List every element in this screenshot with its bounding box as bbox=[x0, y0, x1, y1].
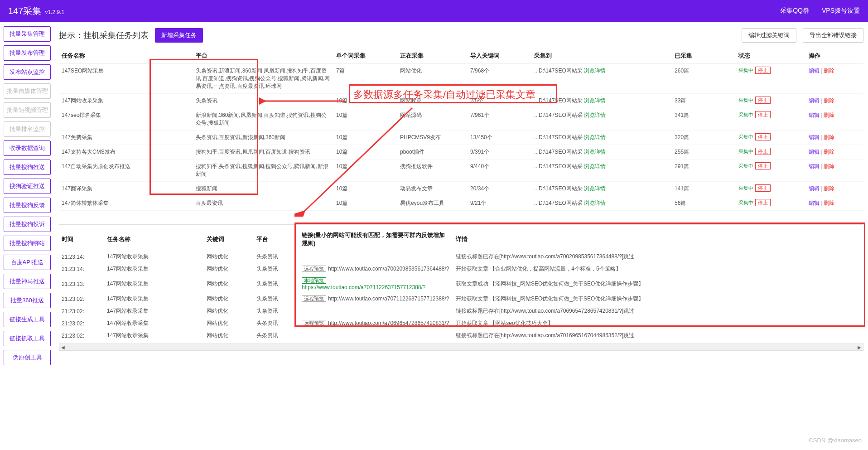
delete-link[interactable]: 删除 bbox=[824, 185, 834, 192]
delete-link[interactable]: 删除 bbox=[824, 200, 834, 206]
log-cell-time: 21:23:02: bbox=[59, 293, 104, 305]
browse-link[interactable]: 浏览详情 bbox=[584, 68, 606, 74]
log-row: 21:23:14:147网站收录采集网站优化头条资讯链接或标题已存在[http:… bbox=[59, 251, 863, 263]
sidebar-item-5: 批量排名监控 bbox=[4, 121, 51, 137]
sidebar-item-15[interactable]: 链接生成工具 bbox=[4, 312, 51, 327]
sidebar-item-2[interactable]: 发布站点监控 bbox=[4, 64, 51, 80]
delete-link[interactable]: 删除 bbox=[824, 149, 834, 155]
cell-collecting: 网站源码 bbox=[397, 108, 468, 131]
sidebar: 批量采集管理批量发布管理发布站点监控批量自媒体管理批量短视频管理批量排名监控收录… bbox=[0, 22, 54, 450]
sidebar-item-16[interactable]: 链接抓取工具 bbox=[4, 331, 51, 346]
cell-platform: 头条资讯,新浪新闻,360新闻,凤凰新闻,搜狗知乎,百度资讯,百度知道,搜狗资讯… bbox=[193, 64, 333, 94]
log-cell-platform: 头条资讯 bbox=[254, 263, 299, 275]
cell-perword: 10篇 bbox=[333, 145, 397, 160]
status-badge: 采集中 bbox=[738, 97, 753, 103]
stop-button[interactable]: 停止 bbox=[755, 199, 771, 206]
sidebar-item-8[interactable]: 搜狗验证推送 bbox=[4, 179, 51, 194]
sidebar-item-6[interactable]: 收录数据查询 bbox=[4, 140, 51, 156]
sidebar-item-7[interactable]: 批量搜狗推送 bbox=[4, 160, 51, 175]
cell-perword: 10篇 bbox=[333, 196, 397, 211]
sidebar-item-12[interactable]: 百度API推送 bbox=[4, 255, 51, 270]
log-cell-detail: 链接或标题已存在[http://www.toutiao.com/a7016965… bbox=[453, 329, 863, 342]
browse-link[interactable]: 浏览详情 bbox=[584, 112, 606, 118]
cell-collected: 33篇 bbox=[672, 94, 736, 108]
sidebar-item-13[interactable]: 批量神马推送 bbox=[4, 274, 51, 289]
stop-button[interactable]: 停止 bbox=[755, 162, 771, 169]
cell-ops: 编辑|删除 bbox=[806, 94, 863, 108]
stop-button[interactable]: 停止 bbox=[755, 148, 771, 155]
sidebar-item-9[interactable]: 批量搜狗反馈 bbox=[4, 198, 51, 213]
browse-link[interactable]: 浏览详情 bbox=[584, 149, 606, 155]
scroll-right-icon[interactable]: ▶ bbox=[856, 344, 863, 350]
cell-ops: 编辑|删除 bbox=[806, 160, 863, 182]
browse-link[interactable]: 浏览详情 bbox=[584, 200, 606, 206]
filter-keyword-button[interactable]: 编辑过滤关键词 bbox=[742, 28, 796, 43]
stop-button[interactable]: 停止 bbox=[755, 184, 771, 192]
log-cell-task: 147网站收录采集 bbox=[104, 263, 204, 275]
log-cell-link bbox=[299, 305, 453, 317]
edit-link[interactable]: 编辑 bbox=[809, 185, 820, 192]
cell-name: 147网站收录采集 bbox=[59, 94, 193, 108]
cell-platform: 头条资讯,百度资讯,新浪新闻,360新闻 bbox=[193, 131, 333, 145]
cell-collected: 260篇 bbox=[672, 64, 736, 94]
browse-link[interactable]: 浏览详情 bbox=[584, 97, 606, 104]
edit-link[interactable]: 编辑 bbox=[809, 134, 820, 140]
stop-button[interactable]: 停止 bbox=[755, 67, 771, 74]
export-errors-button[interactable]: 导出全部错误链接 bbox=[803, 28, 863, 43]
delete-link[interactable]: 删除 bbox=[824, 163, 834, 169]
local-preview-badge[interactable]: 本地预览 bbox=[302, 277, 326, 284]
delete-link[interactable]: 删除 bbox=[824, 68, 834, 74]
cell-collecting: 网站收录 bbox=[397, 94, 468, 108]
remote-preview-badge[interactable]: 远程预览 bbox=[302, 266, 326, 272]
cell-platform: 百度最资讯 bbox=[193, 196, 333, 211]
browse-link[interactable]: 浏览详情 bbox=[584, 163, 606, 169]
edit-link[interactable]: 编辑 bbox=[809, 163, 820, 169]
edit-link[interactable]: 编辑 bbox=[809, 68, 820, 74]
remote-preview-badge[interactable]: 远程预览 bbox=[302, 295, 326, 302]
delete-link[interactable]: 删除 bbox=[824, 112, 834, 118]
header-link-qq[interactable]: 采集QQ群 bbox=[780, 7, 809, 15]
log-th-platform: 平台 bbox=[254, 228, 299, 251]
sidebar-item-0[interactable]: 批量采集管理 bbox=[4, 26, 51, 42]
edit-link[interactable]: 编辑 bbox=[809, 149, 820, 155]
edit-link[interactable]: 编辑 bbox=[809, 200, 820, 206]
sidebar-item-1[interactable]: 批量发布管理 bbox=[4, 45, 51, 61]
delete-link[interactable]: 删除 bbox=[824, 97, 834, 104]
log-cell-keyword: 网站优化 bbox=[204, 293, 254, 305]
cell-collecting: 动易发布文章 bbox=[397, 182, 468, 196]
cell-perword: 10篇 bbox=[333, 182, 397, 196]
header-link-vps[interactable]: VPS拨号设置 bbox=[822, 7, 860, 15]
page-title: 提示：挂机采集任务列表 bbox=[59, 30, 149, 41]
remote-preview-badge[interactable]: 远程预览 bbox=[302, 320, 326, 326]
cell-collectto: ...D:\147SEO网站采 浏览详情 bbox=[531, 108, 672, 131]
log-cell-time: 21:23:14: bbox=[59, 251, 104, 263]
sidebar-item-10[interactable]: 批量搜狗投诉 bbox=[4, 217, 51, 232]
edit-link[interactable]: 编辑 bbox=[809, 97, 820, 104]
log-cell-task: 147网站收录采集 bbox=[104, 305, 204, 317]
browse-link[interactable]: 浏览详情 bbox=[584, 134, 606, 140]
log-th-link: 链接(量小的网站可能没有匹配，如需要可群内反馈增加规则) bbox=[299, 228, 453, 251]
log-th-keyword: 关键词 bbox=[204, 228, 254, 251]
sidebar-item-11[interactable]: 批量搜狗绑站 bbox=[4, 236, 51, 251]
cell-collecting: pboot插件 bbox=[397, 145, 468, 160]
scroll-left-icon[interactable]: ◀ bbox=[59, 344, 67, 350]
cell-perword: 7篇 bbox=[333, 64, 397, 94]
horizontal-scrollbar[interactable]: ◀ ▶ bbox=[59, 344, 863, 351]
cell-collectto: ...D:\147SEO网站采 浏览详情 bbox=[531, 196, 672, 211]
log-row: 21:23:02:147网站收录采集网站优化头条资讯远程预览http://www… bbox=[59, 317, 863, 329]
stop-button[interactable]: 停止 bbox=[755, 111, 771, 118]
edit-link[interactable]: 编辑 bbox=[809, 112, 820, 118]
log-th-time: 时间 bbox=[59, 228, 104, 251]
stop-button[interactable]: 停止 bbox=[755, 133, 771, 140]
browse-link[interactable]: 浏览详情 bbox=[584, 185, 606, 192]
cell-collected: 291篇 bbox=[672, 160, 736, 182]
task-table: 任务名称 平台 单个词采集 正在采集 导入关键词 采集到 已采集 状态 操作 1… bbox=[59, 48, 863, 211]
delete-link[interactable]: 删除 bbox=[824, 134, 834, 140]
sidebar-item-17[interactable]: 伪原创工具 bbox=[4, 350, 51, 365]
new-task-button[interactable]: 新增采集任务 bbox=[155, 28, 203, 43]
cell-name: 147支持各大CMS发布 bbox=[59, 145, 193, 160]
sidebar-item-14[interactable]: 批量360推送 bbox=[4, 293, 51, 308]
stop-button[interactable]: 停止 bbox=[755, 97, 771, 104]
status-badge: 采集中 bbox=[738, 134, 753, 140]
toolbar: 提示：挂机采集任务列表 新增采集任务 编辑过滤关键词 导出全部错误链接 bbox=[59, 25, 863, 48]
